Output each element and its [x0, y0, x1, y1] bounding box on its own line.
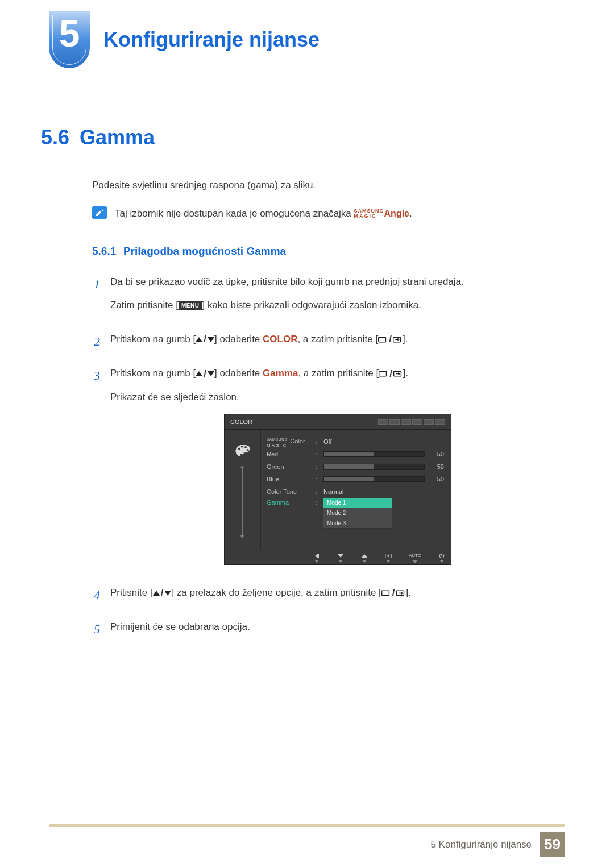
osd-slider — [323, 451, 425, 457]
osd-colon: : — [316, 462, 320, 472]
step-number: 2 — [92, 332, 100, 356]
osd-footer-power-icon — [438, 553, 445, 563]
note-suffix: . — [409, 208, 412, 219]
osd-slider — [323, 464, 425, 470]
section-heading: 5.6 Gamma — [41, 122, 565, 153]
osd-gamma-mode: Mode 2 — [323, 508, 392, 518]
step-1: 1 Da bi se prikazao vodič za tipke, prit… — [92, 275, 565, 322]
osd-footer-up-icon — [361, 553, 368, 563]
osd-slider-value: 50 — [428, 462, 444, 472]
osd-tabs — [378, 419, 445, 425]
step-text: Pritisnite [/] za prelazak do željene op… — [110, 585, 565, 600]
osd-window: COLOR — [224, 414, 451, 565]
note-magic-word: Angle — [384, 209, 409, 218]
segment: ] za prelazak do željene opcije, a zatim… — [171, 587, 381, 598]
osd-footer: AUTO — [225, 550, 451, 564]
step-3: 3 Pritiskom na gumb [/] odaberite Gamma,… — [92, 366, 565, 575]
osd-colon: : — [316, 498, 320, 508]
osd-title-text: COLOR — [230, 417, 252, 427]
info-pencil-icon — [92, 206, 107, 219]
osd-tab — [435, 419, 445, 425]
osd-tab — [424, 419, 434, 425]
osd-row-label: Green — [267, 462, 312, 472]
osd-footer-auto: AUTO — [409, 553, 421, 563]
osd-footer-enter-icon — [385, 553, 392, 563]
osd-row-value: Normal — [323, 487, 353, 497]
osd-row-label: Blue — [267, 475, 312, 484]
step-text: Pritiskom na gumb [/] odaberite Gamma, a… — [110, 366, 565, 381]
osd-slider-value: 50 — [428, 450, 444, 459]
osd-colon: : — [316, 487, 320, 497]
segment: ]. — [403, 368, 408, 379]
step-body: Pritisnite [/] za prelazak do željene op… — [110, 585, 565, 609]
osd-row-color-tone: Color Tone : Normal — [267, 485, 444, 498]
segment: ] kako biste prikazali odgovarajući zasl… — [202, 300, 421, 310]
osd-row-label: SAMSUNGMAGICColor — [267, 435, 312, 448]
step-body: Primijenit će se odabrana opcija. — [110, 620, 565, 643]
osd-gamma-modes: Mode 1 Mode 2 Mode 3 — [323, 498, 392, 529]
step-text: Pritiskom na gumb [/] odaberite COLOR, a… — [110, 332, 565, 347]
step-number: 3 — [92, 366, 100, 575]
osd-footer-auto-label: AUTO — [409, 553, 421, 559]
osd-row-label: Red — [267, 450, 312, 459]
osd-tab — [412, 419, 422, 425]
svg-rect-0 — [379, 337, 386, 342]
osd-titlebar: COLOR — [225, 414, 451, 430]
footer-decoration-bar — [49, 824, 565, 827]
step-text: Primijenit će se odabrana opcija. — [110, 620, 565, 634]
osd-row-red: Red : 50 — [267, 448, 444, 460]
section-number: 5.6 — [41, 122, 69, 153]
osd-colon: : — [316, 475, 320, 484]
page-footer: 5 Konfiguriranje nijanse 59 — [0, 824, 614, 857]
step-body: Pritiskom na gumb [/] odaberite Gamma, a… — [110, 366, 565, 575]
palette-icon — [234, 443, 251, 463]
osd-row-label: Gamma — [267, 498, 312, 508]
step-body: Da bi se prikazao vodič za tipke, pritis… — [110, 275, 565, 322]
osd-figure: COLOR — [224, 414, 451, 565]
subsection-number: 5.6.1 — [92, 245, 116, 257]
menu-button-icon: MENU — [179, 301, 202, 310]
subsection-title: Prilagodba mogućnosti Gamma — [123, 245, 286, 257]
osd-tab — [389, 419, 400, 425]
osd-row-value: Off — [323, 437, 353, 447]
osd-slider-value: 50 — [428, 475, 444, 484]
svg-rect-2 — [379, 371, 387, 376]
source-enter-icon: / — [381, 585, 406, 600]
step-number: 4 — [92, 585, 100, 609]
side-scroll-line — [242, 468, 243, 536]
osd-row-magic-color: SAMSUNGMAGICColor : Off — [267, 435, 444, 448]
osd-rows: SAMSUNGMAGICColor : Off Red : 50 — [261, 430, 451, 550]
segment: ]. — [406, 587, 411, 598]
step-number: 5 — [92, 620, 100, 643]
step-2: 2 Pritiskom na gumb [/] odaberite COLOR,… — [92, 332, 565, 356]
section-intro: Podesite svjetlinu srednjeg raspona (gam… — [92, 178, 565, 193]
steps-list: 1 Da bi se prikazao vodič za tipke, prit… — [92, 275, 565, 643]
footer-chapter-text: 5 Konfiguriranje nijanse — [430, 837, 540, 852]
highlight-gamma: Gamma — [263, 368, 298, 379]
step-4: 4 Pritisnite [/] za prelazak do željene … — [92, 585, 565, 609]
osd-row-green: Green : 50 — [267, 460, 444, 473]
osd-row-label: Color Tone — [267, 487, 312, 497]
section-title: Gamma — [80, 122, 155, 153]
up-down-icon: / — [153, 585, 172, 600]
osd-footer-back-icon — [313, 553, 320, 563]
osd-gamma-mode: Mode 3 — [323, 518, 392, 529]
segment: ]. — [403, 334, 408, 344]
segment: Color — [290, 438, 305, 445]
segment: Pritisnite [ — [110, 587, 153, 598]
svg-rect-4 — [318, 554, 319, 558]
chapter-title: Konfiguriranje nijanse — [103, 24, 320, 55]
chapter-number: 5 — [49, 15, 90, 52]
segment: ] odaberite — [214, 368, 263, 379]
step-text: Zatim pritisnite [MENU] kako biste prika… — [110, 298, 565, 313]
step-text: Da bi se prikazao vodič za tipke, pritis… — [110, 275, 565, 289]
step-5: 5 Primijenit će se odabrana opcija. — [92, 620, 565, 643]
osd-colon: : — [316, 450, 320, 459]
osd-tab — [401, 419, 411, 425]
source-enter-icon: / — [378, 332, 403, 347]
svg-rect-8 — [382, 591, 389, 596]
segment: Pritiskom na gumb [ — [110, 334, 196, 344]
segment: , a zatim pritisnite [ — [297, 334, 378, 344]
step-text: Prikazat će se sljedeći zaslon. — [110, 390, 565, 405]
chapter-header: 5 Konfiguriranje nijanse — [49, 11, 565, 68]
